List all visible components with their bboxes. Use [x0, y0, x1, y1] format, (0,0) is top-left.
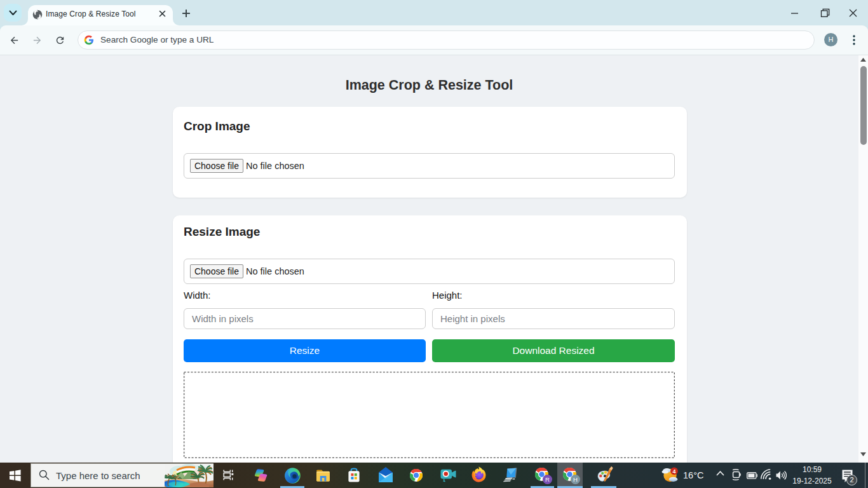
svg-text:4: 4 — [672, 468, 675, 475]
